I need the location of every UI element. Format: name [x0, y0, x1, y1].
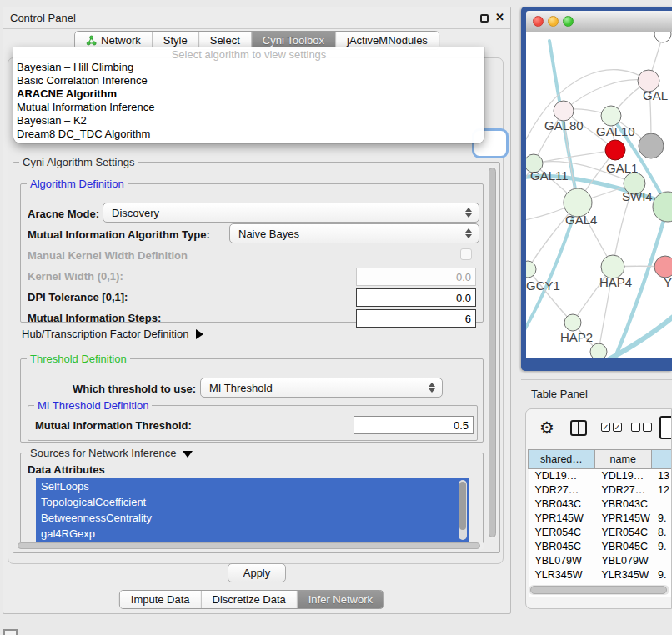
table-row[interactable]: YPR145WYPR145W9.	[529, 512, 672, 526]
table-cell: YLR345W	[529, 568, 595, 582]
tab-label: Discretize Data	[213, 593, 286, 606]
network-node-gray[interactable]	[639, 133, 664, 158]
table-row[interactable]: YBR043CYBR043C	[529, 498, 672, 512]
algorithm-definition-group: Algorithm Definition Aracne Mode: Discov…	[20, 183, 484, 322]
cyni-algorithm-settings-group: Cyni Algorithm Settings Algorithm Defini…	[13, 162, 500, 553]
table-cell: 9.	[651, 568, 672, 582]
settings-horizontal-scrollbar[interactable]	[17, 542, 484, 550]
tab-jactivemnodules[interactable]: jActiveMNodules	[335, 32, 439, 49]
document-icon[interactable]	[659, 416, 672, 439]
mi-threshold-field[interactable]: 0.5	[354, 416, 474, 434]
table-cell: YPR145W	[594, 512, 651, 526]
docked-panel-icon[interactable]	[3, 629, 18, 635]
gear-icon[interactable]: ⚙	[539, 418, 554, 438]
tab-infer-network[interactable]: Infer Network	[297, 591, 384, 608]
attribute-item-betweennesscentrality[interactable]: BetweennessCentrality	[36, 510, 469, 526]
tab-label: Select	[210, 34, 240, 47]
table-row[interactable]: YLR345WYLR345W9.	[529, 568, 672, 582]
mi-type-combo[interactable]: Naive Bayes	[229, 223, 479, 243]
network-node-top-cut[interactable]	[654, 32, 671, 42]
control-panel-window: Control Panel ✕ NetworkStyleSelectCyni T…	[3, 7, 511, 614]
settings-vertical-scrollbar[interactable]	[488, 166, 497, 539]
which-threshold-label: Which threshold to use:	[73, 382, 196, 395]
algorithm-option-dream8-dc-tdc-algorithm[interactable]: Dream8 DC_TDC Algorithm	[13, 128, 484, 141]
network-node-hap2[interactable]	[564, 314, 581, 331]
mi-steps-label: Mutual Information Steps:	[28, 312, 161, 324]
data-attributes-list: SelfLoopsTopologicalCoefficientBetweenne…	[36, 478, 469, 543]
table-row[interactable]: YDR27…YDR27…12	[529, 483, 672, 498]
tab-network[interactable]: Network	[75, 32, 152, 49]
table-cell: YLR345W	[594, 568, 651, 582]
network-icon	[86, 35, 97, 46]
table-cell: YPR145W	[529, 512, 595, 526]
algorithm-option-basic-correlation-inference[interactable]: Basic Correlation Inference	[13, 74, 484, 88]
kernel-width-field[interactable]: 0.0	[356, 268, 476, 286]
algorithm-definition-title: Algorithm Definition	[27, 178, 128, 190]
aracne-mode-combo[interactable]: Discovery	[103, 202, 479, 222]
network-view-window: GALGAL80GAL10GAL1GAL11SWI4GAL4GCY1HAP4YH…	[521, 7, 672, 371]
algorithm-option-bayesian-hill-climbing[interactable]: Bayesian – Hill Climbing	[13, 61, 484, 74]
deselect-all-checkboxes-icon[interactable]	[631, 422, 652, 432]
apply-button[interactable]: Apply	[228, 563, 286, 582]
tab-impute-data[interactable]: Impute Data	[120, 591, 201, 608]
network-node-label-gal10: GAL10	[596, 124, 635, 138]
tab-discretize-data[interactable]: Discretize Data	[201, 591, 297, 608]
network-node-label-gal11: GAL11	[530, 168, 569, 182]
table-cell: 9.	[651, 512, 672, 526]
sources-group-title-text: Sources for Network Inference	[30, 447, 177, 459]
algorithm-dropdown-prompt: Select algorithm to view settings	[13, 48, 484, 61]
table-cell	[651, 498, 672, 512]
algorithm-option-aracne-algorithm[interactable]: ARACNE Algorithm	[13, 88, 484, 101]
column-header-a[interactable]: A	[651, 450, 672, 469]
tab-style[interactable]: Style	[152, 32, 198, 49]
columns-icon[interactable]	[570, 420, 587, 436]
tab-cyni-toolbox[interactable]: Cyni Toolbox	[251, 32, 335, 49]
algorithm-option-bayesian-k2[interactable]: Bayesian – K2	[13, 114, 484, 128]
network-node-label-gcy1: GCY1	[526, 278, 560, 292]
table-horizontal-scrollbar[interactable]	[529, 585, 669, 595]
column-header-name[interactable]: name	[594, 450, 651, 469]
attributes-scrollbar[interactable]	[459, 480, 467, 540]
attribute-item-gal4rgexp[interactable]: gal4RGexp	[36, 526, 469, 542]
close-traffic-light-icon[interactable]	[533, 16, 544, 27]
close-icon[interactable]: ✕	[495, 11, 504, 23]
tab-select[interactable]: Select	[198, 32, 251, 49]
control-panel-title: Control Panel	[10, 12, 76, 24]
table-row[interactable]: YBL079WYBL079W	[529, 554, 672, 568]
sources-group: Sources for Network Inference Data Attri…	[20, 452, 484, 546]
tab-label: Style	[163, 34, 188, 47]
table-cell: 9.	[651, 540, 672, 554]
manual-kernel-checkbox[interactable]	[460, 248, 472, 260]
table-row[interactable]: YBR045CYBR045C9.	[529, 540, 672, 554]
zoom-traffic-light-icon[interactable]	[563, 16, 574, 27]
network-node-gal1[interactable]	[605, 140, 625, 160]
column-header-shared[interactable]: shared…	[529, 450, 595, 469]
attribute-item-selfloops[interactable]: SelfLoops	[36, 478, 469, 494]
network-node-bottom[interactable]	[590, 343, 607, 358]
cyni-group-title: Cyni Algorithm Settings	[19, 156, 138, 168]
network-canvas[interactable]: GALGAL80GAL10GAL1GAL11SWI4GAL4GCY1HAP4YH…	[526, 32, 672, 358]
combo-arrows-icon	[465, 224, 473, 242]
network-window-titlebar[interactable]	[526, 11, 672, 32]
network-node-gcy1[interactable]	[526, 261, 536, 278]
network-node-label-gal4: GAL4	[565, 212, 597, 227]
mi-steps-field[interactable]: 6	[356, 309, 476, 328]
hub-definition-expander[interactable]: Hub/Transcription Factor Definition	[22, 328, 203, 340]
sources-group-title[interactable]: Sources for Network Inference	[27, 447, 196, 459]
table-cell: YDL19…	[594, 469, 651, 483]
network-node-label-hap4: HAP4	[599, 275, 632, 289]
table-row[interactable]: YER054CYER054C8.	[529, 526, 672, 540]
table-cell: 13	[651, 469, 672, 483]
select-all-checkboxes-icon[interactable]: ✓✓	[601, 422, 622, 432]
which-threshold-combo[interactable]: MI Threshold	[200, 378, 443, 398]
table-row[interactable]: YDL19…YDL19…13	[529, 469, 672, 483]
algorithm-option-mutual-information-inference[interactable]: Mutual Information Inference	[13, 101, 484, 114]
kernel-width-label: Kernel Width (0,1):	[28, 270, 123, 282]
minimize-traffic-light-icon[interactable]	[548, 16, 559, 27]
attribute-item-topologicalcoefficient[interactable]: TopologicalCoefficient	[36, 494, 469, 510]
dpi-tolerance-field[interactable]: 0.0	[356, 288, 476, 307]
network-node-gal10[interactable]	[601, 106, 621, 126]
aracne-mode-label: Aracne Mode:	[28, 208, 99, 220]
float-window-icon[interactable]	[480, 14, 489, 22]
network-node-big-right[interactable]	[653, 192, 672, 222]
